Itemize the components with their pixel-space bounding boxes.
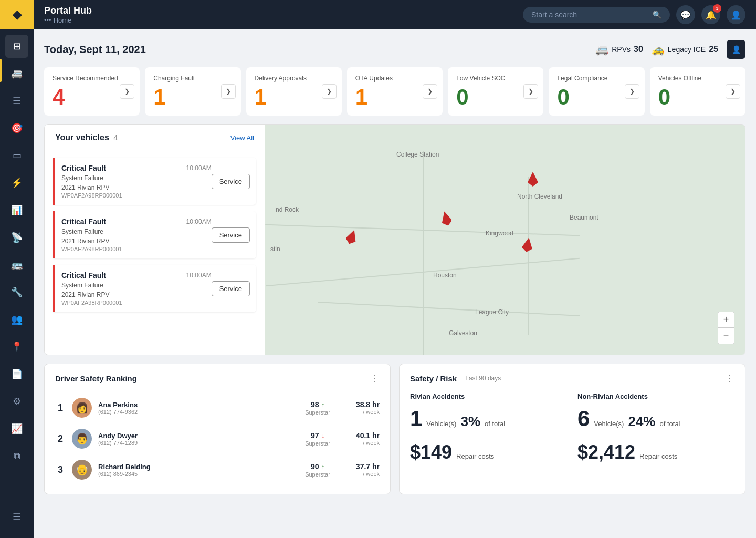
sidebar-item-people[interactable]: 👥 [5,308,28,331]
safety-risk-header: Safety / Risk Last 90 days ⋮ [410,373,734,384]
metric-card-4: Low Vehicle SOC 0 ❯ [448,67,543,116]
active-indicator [0,59,2,82]
vehicles-title: Your vehicles 4 [55,133,118,142]
metric-arrow-6[interactable]: ❯ [726,84,740,99]
metric-card-3: OTA Updates 1 ❯ [347,67,443,116]
sidebar-item-lightning[interactable]: ⚡ [5,171,28,194]
non-rivian-repair-cost: $2,412 [578,441,635,463]
map-zoom-in[interactable]: + [718,312,734,328]
sidebar-item-signal[interactable]: 📡 [5,226,28,249]
driver-rank-2: 3 [55,464,66,475]
sidebar-item-list[interactable]: ☰ [5,89,28,112]
non-rivian-vehicles-count: 6 [578,408,590,430]
driver-hours-0: 38.8 hr [348,400,380,409]
sidebar-item-menu[interactable]: ☰ [5,505,28,529]
vehicle-item-0: Critical Fault 10:00AM System Failure 20… [53,158,256,205]
sidebar-item-chart[interactable]: 📈 [5,417,28,440]
map-zoom-out[interactable]: − [718,328,734,344]
rivian-pct-label: of total [485,420,505,428]
map-pin-3[interactable] [528,172,538,189]
driver-trend-2: ↑ [321,463,324,471]
search-input[interactable] [531,11,648,19]
user-profile-button[interactable]: 👤 [727,5,746,24]
sidebar-item-filter[interactable]: ⚙ [5,390,28,413]
sidebar-item-vehicles[interactable]: 🚐 [5,62,28,85]
metric-card-5: Legal Compliance 0 ❯ [549,67,644,116]
non-rivian-vehicles-row: 6 Vehicle(s) 24% of total [578,408,734,430]
notifications-button[interactable]: 🔔 3 [701,5,720,24]
messages-button[interactable]: 💬 [676,5,695,24]
map-zoom-controls: + − [718,312,734,344]
map-background: College Station North Cleveland Houston … [265,125,745,355]
sidebar-item-stats[interactable]: 📊 [5,199,28,222]
map-pin-4[interactable] [522,237,533,254]
driver-name-0: Ana Perkins [98,401,138,409]
sidebar-item-transport[interactable]: 🚌 [5,253,28,276]
driver-avatar-2: 👴 [72,460,92,480]
driver-score-value-2: 90 ↑ [302,462,333,471]
ice-label: Legacy ICE [668,45,706,54]
safety-risk-menu[interactable]: ⋮ [725,373,734,384]
driver-score-label-1: Superstar [302,440,333,447]
driver-safety-menu[interactable]: ⋮ [370,373,380,384]
sidebar-item-storage[interactable]: ▭ [5,144,28,167]
metric-arrow-2[interactable]: ❯ [322,84,337,99]
metric-card-2: Delivery Approvals 1 ❯ [246,67,342,116]
driver-trend-1: ↓ [321,432,324,440]
driver-trend-0: ↑ [321,401,324,409]
metric-arrow-3[interactable]: ❯ [423,84,437,99]
user-icon-symbol: 👤 [732,45,741,54]
driver-phone-2: (612) 869-2345 [98,471,151,477]
vehicle-desc-2: System Failure [61,282,212,289]
vehicle-model-0: 2021 Rivian RPV [61,184,212,191]
metric-arrow-1[interactable]: ❯ [221,84,236,99]
driver-safety-card: Driver Safety Ranking ⋮ 1 👩 Ana Perkins … [44,364,391,494]
service-button-2[interactable]: Service [212,281,250,296]
safety-risk-card: Safety / Risk Last 90 days ⋮ Rivian Acci… [399,364,746,494]
driver-score-label-0: Superstar [302,409,333,416]
rpvs-icon: 🚐 [595,43,608,56]
metric-card-6: Vehicles Offline 0 ❯ [650,67,746,116]
metric-title-3: OTA Updates [355,75,434,82]
map-container[interactable]: College Station North Cleveland Houston … [265,125,745,355]
app-name: Portal Hub [44,5,92,16]
driver-safety-title: Driver Safety Ranking [55,374,137,383]
vehicle-time-2: 10:00AM [186,272,212,279]
sidebar-item-docs[interactable]: 📄 [5,363,28,386]
vehicle-fault-1: Critical Fault [61,218,106,226]
user-icon[interactable]: 👤 [727,40,746,59]
map-pin-2[interactable] [441,211,452,228]
vehicle-model-2: 2021 Rivian RPV [61,291,212,298]
sidebar-item-location[interactable]: 📍 [5,335,28,358]
search-box[interactable]: 🔍 [523,7,670,23]
metric-arrow-0[interactable]: ❯ [120,84,134,99]
metric-arrow-4[interactable]: ❯ [523,84,538,99]
sidebar-item-dashboard[interactable]: ⊞ [5,35,28,58]
vehicle-item-1: Critical Fault 10:00AM System Failure 20… [53,211,256,258]
driver-hours-block-2: 37.7 hr / week [348,462,380,477]
vehicle-info-2: Critical Fault 10:00AM System Failure 20… [61,271,212,306]
driver-name-2: Richard Belding [98,463,151,471]
map-pin-1[interactable] [346,230,357,246]
view-all-link[interactable]: View All [230,134,254,142]
rivian-vehicles-row: 1 Vehicle(s) 3% of total [410,408,567,430]
map-label-kingwood: Kingwood [486,230,513,237]
breadcrumb: ••• Home [44,16,92,24]
service-button-0[interactable]: Service [212,174,250,189]
metric-arrow-5[interactable]: ❯ [625,84,639,99]
top-bar: Today, Sept 11, 2021 🚐 RPVs 30 🚕 Legacy … [44,40,746,59]
driver-avatar-1: 👨 [72,429,92,449]
sidebar-item-tools[interactable]: 🔧 [5,281,28,304]
sidebar-item-analytics[interactable]: 🎯 [5,117,28,140]
sidebar-item-copy[interactable]: ⧉ [5,444,28,468]
rivian-title: Rivian Accidents [410,392,567,400]
header: Portal Hub ••• Home 🔍 💬 🔔 3 👤 [34,0,756,29]
driver-row-0: 1 👩 Ana Perkins (612) 774-9362 98 ↑ Supe… [55,392,380,423]
vehicle-info-0: Critical Fault 10:00AM System Failure 20… [61,164,212,199]
driver-rank-0: 1 [55,402,66,413]
rivian-repair-cost: $149 [410,441,452,463]
non-rivian-vehicles-label: Vehicle(s) [594,420,624,428]
service-button-1[interactable]: Service [212,227,250,243]
app-logo[interactable]: ◆ [0,0,34,29]
driver-avatar-0: 👩 [72,398,92,418]
